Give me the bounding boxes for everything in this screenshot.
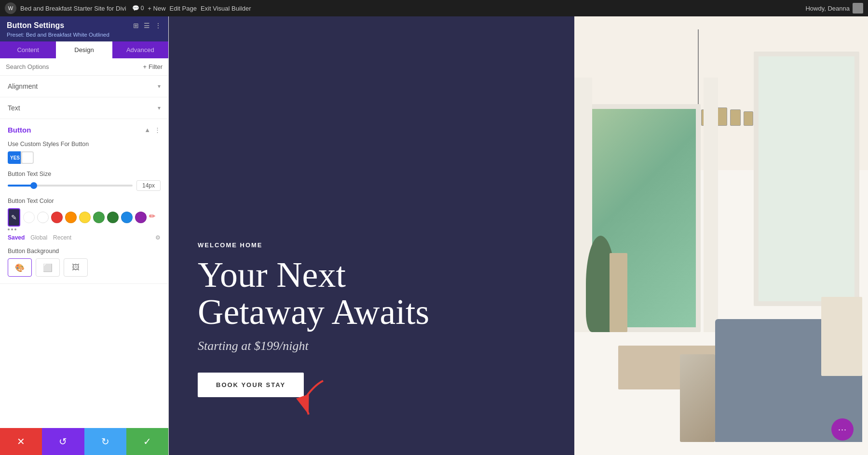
dot xyxy=(8,228,10,230)
swatch-yellow[interactable] xyxy=(79,212,91,223)
text-size-row: Button Text Size 14px xyxy=(8,171,161,191)
bg-gradient-option[interactable]: ⬜ xyxy=(36,258,60,277)
text-chevron: ▾ xyxy=(158,105,161,111)
color-picker-box[interactable]: ✎ xyxy=(8,208,20,227)
text-size-control: 14px xyxy=(8,180,161,191)
dot xyxy=(11,228,13,230)
more-options-icon[interactable]: ⋮ xyxy=(154,126,161,134)
bg-image-option[interactable]: 🖼 xyxy=(64,258,88,277)
exit-builder-button[interactable]: Exit Visual Builder xyxy=(201,5,251,12)
swatch-white[interactable] xyxy=(37,212,49,223)
hero-eyebrow: WELCOME HOME xyxy=(198,241,588,249)
color-tab-recent[interactable]: Recent xyxy=(53,234,71,241)
search-input[interactable] xyxy=(6,63,140,70)
hero-image xyxy=(574,16,868,455)
text-size-value[interactable]: 14px xyxy=(136,180,161,191)
redo-icon: ↻ xyxy=(101,436,109,447)
dot xyxy=(14,228,16,230)
alignment-label: Alignment xyxy=(8,82,38,90)
redo-button[interactable]: ↻ xyxy=(84,428,126,455)
close-button[interactable]: ✕ xyxy=(0,428,42,455)
swatch-blue[interactable] xyxy=(121,212,133,223)
bg-section: Button Background 🎨 ⬜ 🖼 xyxy=(8,248,161,277)
book-button[interactable]: BOOK YOUR STAY xyxy=(198,373,304,397)
undo-icon: ↺ xyxy=(59,436,67,447)
hero-title: Your Next Getaway Awaits xyxy=(198,256,588,331)
hero-text-area: WELCOME HOME Your Next Getaway Awaits St… xyxy=(169,241,588,455)
swatch-red[interactable] xyxy=(51,212,63,223)
new-button[interactable]: + New xyxy=(148,5,165,12)
comments-count[interactable]: 💬 0 xyxy=(132,5,144,12)
pen-icon[interactable]: ✏ xyxy=(149,212,161,223)
text-size-slider-track[interactable] xyxy=(8,185,133,187)
tab-design[interactable]: Design xyxy=(56,41,112,58)
color-picker-row: ✎ ✏ xyxy=(8,208,161,227)
alignment-section[interactable]: Alignment ▾ xyxy=(0,76,168,97)
more-icon[interactable]: ⋮ xyxy=(155,22,162,29)
wp-logo-icon[interactable]: W xyxy=(5,2,16,14)
text-label: Text xyxy=(8,104,20,112)
plus-icon: + xyxy=(143,63,147,70)
preset-label[interactable]: Preset: Bed and Breakfast White Outlined xyxy=(7,32,162,38)
collapse-icon[interactable]: ▲ xyxy=(144,126,150,134)
text-color-label: Button Text Color xyxy=(8,198,161,204)
more-options-button[interactable]: ··· xyxy=(831,418,854,441)
side-table xyxy=(610,253,627,332)
undo-button[interactable]: ↺ xyxy=(42,428,84,455)
panel-content: Alignment ▾ Text ▾ Button ▲ ⋮ Use Custom xyxy=(0,76,168,455)
bg-options: 🎨 ⬜ 🖼 xyxy=(8,258,161,277)
toggle-yes-label: YES xyxy=(8,155,20,161)
howdy-greeting: Howdy, Deanna xyxy=(805,3,863,13)
save-button[interactable]: ✓ xyxy=(126,428,168,455)
text-size-slider-thumb[interactable] xyxy=(30,182,37,189)
pillow xyxy=(821,297,862,376)
panel-tabs: Content Design Advanced xyxy=(0,41,168,58)
site-name: Bed and Breakfast Starter Site for Divi xyxy=(20,5,126,12)
bg-color-option[interactable]: 🎨 xyxy=(8,258,32,277)
button-section-title: Button xyxy=(8,126,31,134)
color-fill-icon: 🎨 xyxy=(15,263,25,272)
more-dots[interactable] xyxy=(8,228,161,230)
swatch-purple[interactable] xyxy=(135,212,147,223)
bottom-action-bar: ✕ ↺ ↻ ✓ xyxy=(0,428,168,455)
rug xyxy=(680,354,715,442)
panel-header-icons: ⊞ ☰ ⋮ xyxy=(133,22,162,29)
tab-content[interactable]: Content xyxy=(0,41,56,58)
color-tab-saved[interactable]: Saved xyxy=(8,234,25,241)
filter-button[interactable]: + Filter xyxy=(143,63,163,70)
columns-icon[interactable]: ☰ xyxy=(144,22,150,29)
swatch-green[interactable] xyxy=(93,212,105,223)
gradient-icon: ⬜ xyxy=(43,263,53,272)
wp-admin-bar: W Bed and Breakfast Starter Site for Div… xyxy=(0,0,868,16)
custom-styles-label: Use Custom Styles For Button xyxy=(8,141,161,147)
button-section-header: Button ▲ ⋮ xyxy=(8,126,161,134)
swatch-dark-green[interactable] xyxy=(107,212,119,223)
color-tab-global[interactable]: Global xyxy=(30,234,47,241)
ellipsis-icon: ··· xyxy=(838,425,847,435)
text-color-section: Button Text Color ✎ xyxy=(8,198,161,241)
color-tabs-row: Saved Global Recent ⚙ xyxy=(8,234,161,241)
custom-styles-toggle-container: YES xyxy=(8,151,161,164)
color-swatches: ✏ xyxy=(23,212,161,223)
text-section[interactable]: Text ▾ xyxy=(0,97,168,119)
settings-icon[interactable]: ⊞ xyxy=(133,22,139,29)
tab-advanced[interactable]: Advanced xyxy=(112,41,168,58)
main-content: WELCOME HOME Your Next Getaway Awaits St… xyxy=(169,16,868,455)
room-interior xyxy=(574,16,868,455)
save-icon: ✓ xyxy=(143,436,151,447)
color-edit-icon: ✎ xyxy=(11,214,17,221)
search-bar: + Filter xyxy=(0,58,168,76)
custom-styles-toggle[interactable]: YES xyxy=(8,151,34,164)
hero-subtitle: Starting at $199/night xyxy=(198,339,588,353)
main-layout: Button Settings ⊞ ☰ ⋮ Preset: Bed and Br… xyxy=(0,16,868,455)
button-section-icons: ▲ ⋮ xyxy=(144,126,161,134)
image-icon: 🖼 xyxy=(72,263,80,272)
edit-page-button[interactable]: Edit Page xyxy=(170,5,197,12)
panel-header: Button Settings ⊞ ☰ ⋮ Preset: Bed and Br… xyxy=(0,16,168,41)
curtain-mid xyxy=(704,78,718,332)
text-size-label: Button Text Size xyxy=(8,171,161,177)
swatch-orange[interactable] xyxy=(65,212,77,223)
swatch-black[interactable] xyxy=(23,212,35,223)
panel-title: Button Settings xyxy=(7,21,64,30)
color-settings-icon[interactable]: ⚙ xyxy=(155,234,161,241)
